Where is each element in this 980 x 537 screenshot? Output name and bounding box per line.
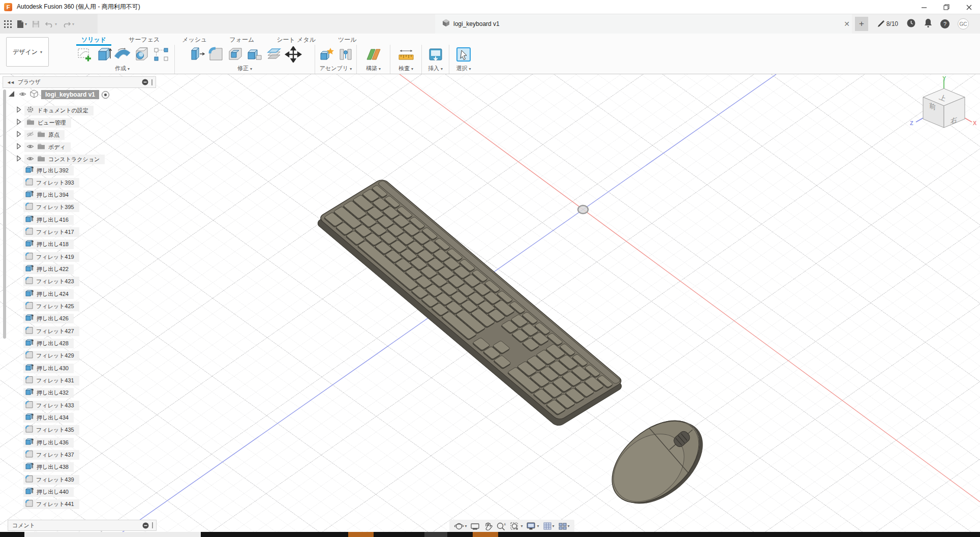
feature-row-extrude[interactable]: 押し出し416 [23,215,74,225]
collapse-browser-icon[interactable]: ◄◄ [7,80,14,85]
feature-row-extrude[interactable]: 押し出し426 [23,314,74,324]
tree-node[interactable]: ボディ [16,142,71,152]
combine-icon[interactable] [246,46,263,65]
viewports-icon[interactable]: ▾ [558,522,570,530]
zoom-icon[interactable]: ± [496,522,506,531]
minimize-panel-icon[interactable] [142,522,149,529]
pan-icon[interactable] [483,522,493,531]
group-label-modify[interactable]: 修正 ▾ [177,65,313,73]
look-at-icon[interactable] [470,522,480,530]
extrude-icon[interactable] [95,46,112,65]
browser-panel-header[interactable]: ◄◄ ブラウザ [3,76,156,88]
feature-row-fillet[interactable]: フィレット441 [23,499,79,510]
feature-row-extrude[interactable]: 押し出し422 [23,264,74,275]
press-pull-icon[interactable] [188,46,205,65]
group-label-assemble[interactable]: アセンブリ ▾ [317,65,354,73]
tree-node[interactable]: 原点 [16,130,65,140]
create-sketch-icon[interactable] [75,46,93,65]
feature-row-fillet[interactable]: フィレット393 [23,177,79,188]
activate-component-radio[interactable] [102,91,109,99]
fillet-icon[interactable] [207,46,225,65]
group-label-inspect[interactable]: 検査 ▾ [392,65,419,73]
feature-row-extrude[interactable]: 押し出し436 [23,437,74,448]
feature-row-fillet[interactable]: フィレット429 [23,351,79,361]
new-document-tab-button[interactable]: + [855,17,868,31]
feature-row-extrude[interactable]: 押し出し440 [23,487,74,497]
notifications-bell-icon[interactable] [924,18,932,29]
expand-arrow-icon[interactable] [16,118,21,127]
feature-row-fillet[interactable]: フィレット433 [23,400,79,410]
save-icon[interactable] [32,20,40,28]
tab-form[interactable]: フォーム [218,34,265,45]
display-settings-icon[interactable]: ▾ [526,522,539,530]
feature-row-extrude[interactable]: 押し出し394 [23,190,74,200]
joint-icon[interactable] [337,46,354,65]
view-cube[interactable]: Y Z X 上 前 右 [908,74,980,137]
browser-scrollbar[interactable] [3,90,6,339]
construction-plane-icon[interactable] [365,46,382,65]
tree-node[interactable]: ドキュメントの設定 [16,105,94,115]
feature-row-extrude[interactable]: 押し出し434 [23,413,74,423]
visibility-eye-icon[interactable] [19,90,26,99]
job-status[interactable]: 8/10 [877,20,898,28]
tab-surface[interactable]: サーフェス [117,34,171,45]
expand-arrow-icon[interactable] [8,90,15,99]
panel-grip[interactable] [151,79,152,85]
select-icon[interactable] [455,46,472,65]
expand-arrow-icon[interactable] [16,106,21,115]
feature-row-extrude[interactable]: 押し出し428 [23,339,74,349]
revolve-icon[interactable] [114,46,131,65]
file-menu-icon[interactable]: ▾ [17,20,27,28]
tab-sheet-metal[interactable]: シート メタル [265,34,327,45]
group-label-create[interactable]: 作成 ▾ [72,65,172,73]
expand-arrow-icon[interactable] [16,155,21,164]
measure-icon[interactable] [397,46,415,65]
close-document-tab-icon[interactable]: ✕ [841,18,852,29]
feature-row-extrude[interactable]: 押し出し430 [23,363,74,373]
root-component-label[interactable]: logi_keyboard v1 [41,90,99,99]
close-button[interactable] [958,0,980,14]
tab-tools[interactable]: ツール [327,34,368,45]
feature-row-extrude[interactable]: 押し出し432 [23,388,74,398]
feature-row-fillet[interactable]: フィレット395 [23,202,79,213]
tab-solid[interactable]: ソリッド [70,34,117,45]
new-component-icon[interactable] [318,46,335,65]
feature-row-fillet[interactable]: フィレット435 [23,425,79,435]
feature-row-extrude[interactable]: 押し出し424 [23,289,74,299]
undo-icon[interactable]: ▾ [45,20,57,27]
visibility-eye-icon[interactable] [26,142,34,152]
shell-icon[interactable] [227,46,244,65]
feature-row-fillet[interactable]: フィレット431 [23,376,79,386]
offset-face-icon[interactable] [265,46,283,65]
orbit-icon[interactable]: ▾ [454,522,467,531]
feature-row-fillet[interactable]: フィレット437 [23,450,79,460]
maximize-restore-button[interactable] [935,0,958,14]
recent-activity-icon[interactable] [906,18,916,30]
move-icon[interactable] [285,46,302,65]
minimize-panel-icon[interactable] [142,79,148,85]
comment-panel-header[interactable]: コメント [8,520,157,531]
feature-row-extrude[interactable]: 押し出し438 [23,462,74,472]
group-label-insert[interactable]: 挿入 ▾ [424,65,447,73]
workspace-selector[interactable]: デザイン▾ [6,37,49,67]
feature-row-fillet[interactable]: フィレット417 [23,227,79,237]
viewport-canvas[interactable]: Y Z X 上 前 右 ◄◄ ブラウザ logi_keyboard v1ドキュメ… [0,74,980,537]
minimize-button[interactable] [913,0,935,14]
browser-root-row[interactable]: logi_keyboard v1 [8,90,109,100]
feature-row-extrude[interactable]: 押し出し418 [23,240,74,250]
feature-row-extrude[interactable]: 押し出し392 [23,165,74,175]
user-avatar[interactable]: GC [958,18,969,29]
redo-icon[interactable]: ▾ [62,20,74,27]
expand-arrow-icon[interactable] [16,130,21,139]
expand-arrow-icon[interactable] [16,142,21,152]
help-icon[interactable]: ? [940,19,950,28]
hole-icon[interactable] [133,46,150,65]
feature-row-fillet[interactable]: フィレット425 [23,302,79,312]
tree-node[interactable]: ビュー管理 [16,117,71,128]
grid-settings-icon[interactable]: ▾ [543,522,555,530]
insert-icon[interactable] [427,46,444,65]
tab-mesh[interactable]: メッシュ [171,34,218,45]
feature-row-fillet[interactable]: フィレット427 [23,326,79,336]
feature-row-fillet[interactable]: フィレット419 [23,252,79,262]
feature-row-fillet[interactable]: フィレット439 [23,474,79,485]
